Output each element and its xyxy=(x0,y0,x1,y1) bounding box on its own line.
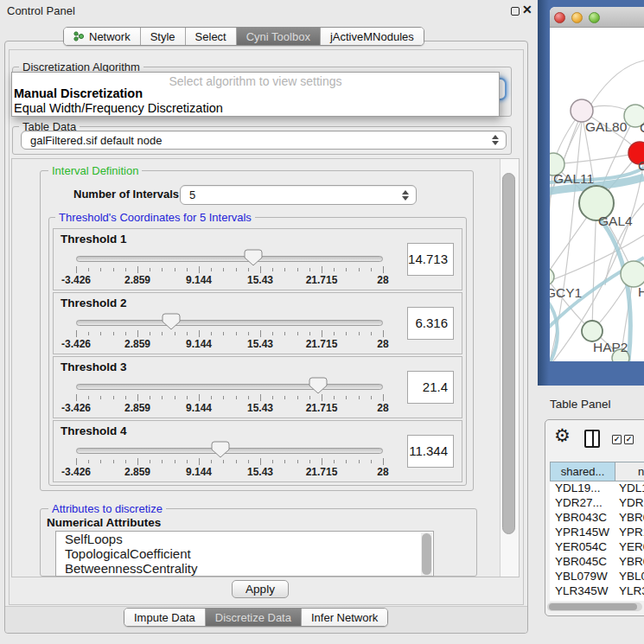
table-row[interactable]: YPR145WYPR1 xyxy=(550,526,644,540)
network-canvas[interactable]: GAL80GACGAL11GAL4GCY1HHAP2 xyxy=(550,28,644,361)
slider-tick-label: 2.859 xyxy=(124,402,150,414)
slider-tick-label: 28 xyxy=(377,466,388,478)
cell-shared-name: YBR045C xyxy=(555,555,607,568)
table-row[interactable]: YER054CYER0 xyxy=(550,540,644,555)
cell-shared-name: YER054C xyxy=(555,540,607,553)
number-of-intervals-label: Number of Intervals xyxy=(73,188,179,201)
tab-label: Select xyxy=(195,30,226,43)
table-data-combobox[interactable]: galFiltered.sif default node xyxy=(21,131,507,150)
threshold-2-value-field[interactable]: 6.316 xyxy=(407,307,454,340)
slider-tick-label: 9.144 xyxy=(186,274,212,286)
network-node[interactable] xyxy=(621,261,644,287)
threshold-1-value-field[interactable]: 14.713 xyxy=(407,243,454,276)
slider-tick-label: 28 xyxy=(377,274,388,286)
number-of-intervals-value: 5 xyxy=(189,188,195,201)
column-header-name[interactable]: na xyxy=(615,462,644,481)
attribute-item-selfloops[interactable]: SelfLoops xyxy=(56,532,433,546)
slider-tick-label: -3.426 xyxy=(61,274,91,286)
threshold-2-panel: Threshold 2-3.4262.8599.14415.4321.71528… xyxy=(53,292,462,354)
apply-button[interactable]: Apply xyxy=(232,580,289,598)
threshold-2-slider-track[interactable] xyxy=(76,320,383,326)
table-row[interactable]: YDR27...YDR2 xyxy=(550,496,644,511)
tab-select[interactable]: Select xyxy=(185,28,236,45)
algorithm-option-manual-discretization[interactable]: Manual Discretization xyxy=(14,86,143,100)
threshold-3-panel: Threshold 3-3.4262.8599.14415.4321.71528… xyxy=(53,356,462,418)
close-icon[interactable]: ✕ xyxy=(522,3,532,16)
float-window-icon[interactable] xyxy=(511,7,520,16)
threshold-2-slider-thumb[interactable] xyxy=(162,313,181,330)
minimize-traffic-light[interactable] xyxy=(571,12,583,23)
table-row[interactable]: YDL19...YDL1 xyxy=(550,481,644,496)
attributes-group-label: Attributes to discretize xyxy=(48,502,166,515)
attributes-scrollbar[interactable] xyxy=(421,532,432,576)
tab-label: Cyni Toolbox xyxy=(246,30,310,43)
node-label-gal11: GAL11 xyxy=(553,171,594,186)
close-traffic-light[interactable] xyxy=(554,12,565,23)
numerical-attributes-list[interactable]: SelfLoopsTopologicalCoefficientBetweenne… xyxy=(55,531,434,577)
tab-label: jActiveMNodules xyxy=(330,30,414,43)
node-label-ga: GA xyxy=(640,120,644,135)
node-label-h: H xyxy=(638,284,644,299)
zoom-traffic-light[interactable] xyxy=(589,12,600,23)
algorithm-dropdown-popup: Select algorithm to view settings Manual… xyxy=(11,72,500,117)
tab-label: Infer Network xyxy=(311,611,378,624)
table-row[interactable]: YBL079WYBL0 xyxy=(550,570,644,584)
gear-icon[interactable]: ⚙ xyxy=(554,425,571,446)
cell-name: YIL0 xyxy=(619,599,643,601)
slider-tick-label: 21.715 xyxy=(306,402,338,414)
select-none-checkbox-icon[interactable]: ✓ xyxy=(624,435,634,444)
slider-tick-label: 21.715 xyxy=(306,466,338,478)
table-row[interactable]: YLR345WYLR3 xyxy=(550,584,644,599)
thresholds-group-label: Threshold's Coordinates for 5 Intervals xyxy=(55,211,255,224)
threshold-label: Threshold 1 xyxy=(61,233,127,245)
slider-tick-label: 28 xyxy=(377,338,388,350)
threshold-3-slider-track[interactable] xyxy=(76,384,383,390)
slider-tick-marks xyxy=(76,458,383,466)
tab-style[interactable]: Style xyxy=(140,28,185,45)
number-of-intervals-combobox[interactable]: 5 xyxy=(180,185,417,205)
node-label-hap2: HAP2 xyxy=(593,340,628,354)
numerical-attributes-label: Numerical Attributes xyxy=(47,516,161,529)
network-node[interactable] xyxy=(550,268,554,285)
table-row[interactable]: YIL052CYIL0 xyxy=(550,599,644,601)
column-header-shared[interactable]: shared... xyxy=(550,462,615,481)
algorithm-option-equal-width-frequency-discretization[interactable]: Equal Width/Frequency Discretization xyxy=(14,101,223,115)
slider-tick-label: 2.859 xyxy=(124,466,150,478)
attribute-item-betweennesscentrality[interactable]: BetweennessCentrality xyxy=(56,561,433,576)
threshold-3-slider-thumb[interactable] xyxy=(309,377,328,394)
tab-discretize-data[interactable]: Discretize Data xyxy=(205,609,301,626)
threshold-4-value-field[interactable]: 11.344 xyxy=(407,435,454,468)
threshold-3-value-field[interactable]: 21.4 xyxy=(407,371,454,404)
main-scrollbar-thumb[interactable] xyxy=(502,173,515,534)
cell-name: YBR0 xyxy=(619,511,644,524)
slider-tick-label: 28 xyxy=(377,402,388,414)
select-all-checkbox-icon[interactable]: ✓ xyxy=(612,435,622,444)
slider-tick-label: 9.144 xyxy=(186,338,212,350)
table-row[interactable]: YBR043CYBR0 xyxy=(550,511,644,526)
slider-tick-label: 9.144 xyxy=(186,402,212,414)
cell-shared-name: YBR043C xyxy=(555,511,607,524)
attribute-item-topologicalcoefficient[interactable]: TopologicalCoefficient xyxy=(56,546,433,561)
cell-shared-name: YDR27... xyxy=(555,496,603,509)
cell-shared-name: YBL079W xyxy=(555,570,608,583)
slider-tick-label: -3.426 xyxy=(61,466,91,478)
tab-cyni-toolbox[interactable]: Cyni Toolbox xyxy=(236,28,320,45)
tab-infer-network[interactable]: Infer Network xyxy=(301,609,387,626)
network-window-titlebar[interactable] xyxy=(550,7,644,28)
interval-definition-label: Interval Definition xyxy=(48,164,142,177)
cell-name: YPR1 xyxy=(619,526,644,539)
slider-tick-label: 15.43 xyxy=(247,274,273,286)
table-hscrollbar-thumb[interactable] xyxy=(549,603,637,610)
tab-network[interactable]: Network xyxy=(64,28,140,45)
tab-jactivemnodules[interactable]: jActiveMNodules xyxy=(320,28,424,45)
node-table[interactable]: YDL19...YDL1YDR27...YDR2YBR043CYBR0YPR14… xyxy=(550,481,644,601)
tab-impute-data[interactable]: Impute Data xyxy=(124,609,205,626)
network-node[interactable] xyxy=(582,321,603,341)
node-label-c: C xyxy=(638,158,644,173)
threshold-1-slider-thumb[interactable] xyxy=(244,249,263,266)
table-row[interactable]: YBR045CYBR0 xyxy=(550,555,644,570)
threshold-1-slider-track[interactable] xyxy=(76,256,383,262)
threshold-4-slider-thumb[interactable] xyxy=(211,441,230,458)
columns-icon[interactable] xyxy=(584,430,600,448)
combo-arrows-icon xyxy=(402,190,409,201)
